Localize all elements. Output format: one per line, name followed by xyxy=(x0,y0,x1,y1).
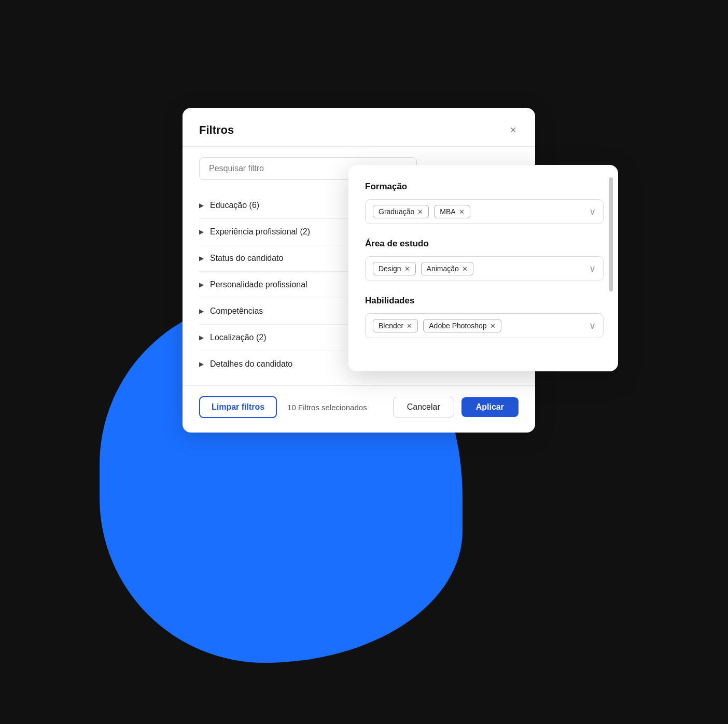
arrow-icon: ▶ xyxy=(199,281,204,288)
chevron-down-icon[interactable]: ∨ xyxy=(589,263,596,274)
chevron-down-icon[interactable]: ∨ xyxy=(589,320,596,331)
filter-dialog-header: Filtros × xyxy=(183,108,535,147)
arrow-icon: ▶ xyxy=(199,228,204,235)
clear-filters-button[interactable]: Limpar filtros xyxy=(199,396,277,418)
scrollbar[interactable] xyxy=(609,177,613,291)
arrow-icon: ▶ xyxy=(199,360,204,368)
cancel-button[interactable]: Cancelar xyxy=(393,397,454,417)
filter-item-label: Educação (6) xyxy=(210,201,259,210)
filter-dialog-title: Filtros xyxy=(199,123,234,137)
tag-remove-adobe-photoshop[interactable]: ✕ xyxy=(490,323,496,329)
filter-item-label: Status do candidato xyxy=(210,254,283,263)
tag-mba: MBA ✕ xyxy=(434,205,470,218)
tag-label: MBA xyxy=(440,207,455,216)
tag-label: Graduação xyxy=(379,207,414,216)
tag-animacao: Animação ✕ xyxy=(421,262,473,275)
arrow-icon: ▶ xyxy=(199,308,204,315)
arrow-icon: ▶ xyxy=(199,334,204,341)
tag-label: Design xyxy=(379,264,401,273)
filter-item-label: Competências xyxy=(210,307,263,316)
tag-remove-mba[interactable]: ✕ xyxy=(459,208,465,215)
apply-button[interactable]: Aplicar xyxy=(461,397,519,417)
filter-item-label: Personalidade profissional xyxy=(210,280,307,289)
filter-item-label: Detalhes do candidato xyxy=(210,359,292,369)
footer-right: Cancelar Aplicar xyxy=(393,397,519,417)
tag-design: Design ✕ xyxy=(373,262,416,275)
expanded-panel: Formação Graduação ✕ MBA ✕ ∨ Área de est… xyxy=(348,165,618,371)
tag-label: Animação xyxy=(427,264,459,273)
habilidades-section: Habilidades Blender ✕ Adobe Photoshop ✕ … xyxy=(365,296,604,338)
tag-graduacao: Graduação ✕ xyxy=(373,205,429,218)
chevron-down-icon[interactable]: ∨ xyxy=(589,206,596,217)
tag-label: Blender xyxy=(379,322,403,330)
arrow-icon: ▶ xyxy=(199,255,204,262)
filter-dialog-footer: Limpar filtros 10 Filtros selecionados C… xyxy=(183,385,535,433)
habilidades-section-title: Habilidades xyxy=(365,296,604,306)
arrow-icon: ▶ xyxy=(199,202,204,209)
scene: Filtros × ▶ Educação (6) ▶ Experiência p… xyxy=(131,77,597,647)
habilidades-tag-row: Blender ✕ Adobe Photoshop ✕ ∨ xyxy=(365,313,604,338)
area-estudo-tag-row: Design ✕ Animação ✕ ∨ xyxy=(365,256,604,281)
tag-remove-animacao[interactable]: ✕ xyxy=(462,266,468,272)
tag-remove-blender[interactable]: ✕ xyxy=(407,323,412,329)
formacao-tag-row: Graduação ✕ MBA ✕ ∨ xyxy=(365,199,604,224)
footer-left: Limpar filtros 10 Filtros selecionados xyxy=(199,396,367,418)
tag-label: Adobe Photoshop xyxy=(429,322,486,330)
formacao-section-title: Formação xyxy=(365,182,604,192)
close-button[interactable]: × xyxy=(508,122,519,138)
tag-remove-design[interactable]: ✕ xyxy=(404,266,410,272)
filter-item-label: Localização (2) xyxy=(210,333,267,342)
filter-count-label: 10 Filtros selecionados xyxy=(287,403,367,412)
area-estudo-section: Área de estudo Design ✕ Animação ✕ ∨ xyxy=(365,239,604,281)
area-estudo-section-title: Área de estudo xyxy=(365,239,604,249)
formacao-section: Formação Graduação ✕ MBA ✕ ∨ xyxy=(365,182,604,224)
tag-remove-graduacao[interactable]: ✕ xyxy=(417,208,423,215)
tag-adobe-photoshop: Adobe Photoshop ✕ xyxy=(423,319,501,332)
tag-blender: Blender ✕ xyxy=(373,319,418,332)
filter-item-label: Experiência profissional (2) xyxy=(210,227,310,236)
